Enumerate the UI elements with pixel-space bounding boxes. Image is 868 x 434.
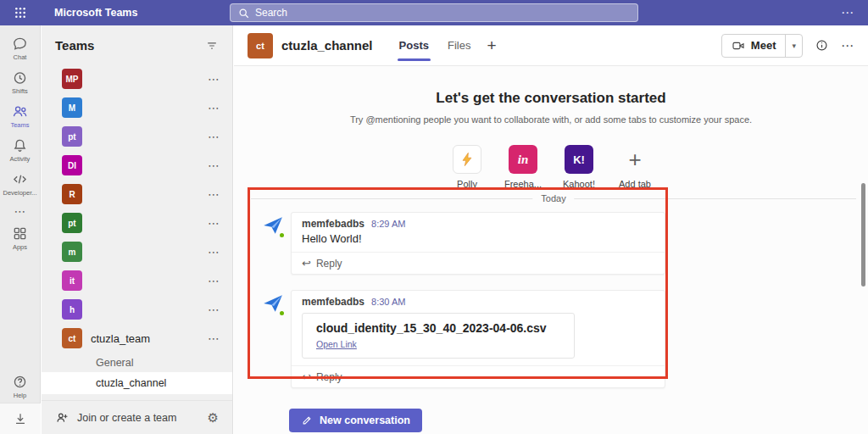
team-more-icon[interactable]: ⋯ — [208, 274, 220, 287]
team-row-ctuzla-team[interactable]: ct ctuzla_team ⋯ — [42, 324, 232, 353]
team-row[interactable]: MP ⋯ — [42, 64, 232, 93]
rail-item-chat[interactable]: Chat — [0, 31, 41, 64]
new-conversation-button[interactable]: New conversation — [289, 409, 422, 432]
reply-button[interactable]: ↩ Reply — [292, 365, 665, 387]
channel-more-icon[interactable]: ⋯ — [841, 38, 854, 53]
file-attachment-card[interactable]: cloud_identity_15_30_40_2023-04-06.csv O… — [302, 313, 575, 359]
scrollbar-thumb[interactable] — [861, 183, 865, 287]
app-tile-label: Kahoot! — [563, 179, 595, 189]
team-avatar: MP — [62, 69, 82, 89]
add-tab-icon[interactable]: + — [487, 36, 496, 55]
app-rail: Chat Shifts Teams — [0, 25, 41, 434]
app-launcher-icon[interactable] — [0, 7, 41, 19]
compose-icon — [301, 415, 313, 426]
rail-item-teams[interactable]: Teams — [0, 98, 41, 132]
rail-item-more[interactable]: ⋯ — [0, 200, 41, 220]
reply-icon: ↩ — [302, 370, 311, 383]
team-avatar: DI — [62, 155, 82, 175]
more-apps-icon: ⋯ — [14, 205, 26, 217]
empty-state: Let's get the conversation started Try @… — [234, 90, 868, 125]
message: memfebadbs 8:30 AM cloud_identity_15_30_… — [262, 290, 665, 388]
channel-avatar: ct — [248, 33, 273, 58]
team-avatar: ct — [62, 328, 82, 348]
tab-posts[interactable]: Posts — [399, 25, 429, 66]
team-more-icon[interactable]: ⋯ — [208, 187, 220, 201]
rail-label: Shifts — [12, 87, 28, 95]
presence-available-dot — [278, 231, 286, 239]
team-more-icon[interactable]: ⋯ — [208, 72, 220, 86]
join-or-create-team-button[interactable]: Join or create a team ⚙ — [42, 400, 232, 434]
channel-panel: ct ctuzla_channel Posts Files + Meet ▾ — [234, 25, 868, 434]
team-row[interactable]: R ⋯ — [42, 180, 232, 209]
team-more-icon[interactable]: ⋯ — [208, 130, 220, 143]
help-icon — [12, 374, 28, 390]
channel-title: ctuzla_channel — [281, 38, 373, 53]
app-tile-freehand[interactable]: in Freeha... — [501, 145, 545, 189]
team-row[interactable]: pt ⋯ — [42, 122, 232, 151]
team-row[interactable]: m ⋯ — [42, 237, 232, 266]
add-tab-plus-icon: + — [620, 145, 649, 174]
camera-icon — [732, 39, 745, 53]
join-team-label: Join or create a team — [77, 412, 176, 424]
team-more-icon[interactable]: ⋯ — [208, 303, 220, 316]
search-icon — [238, 8, 249, 19]
rail-item-download[interactable] — [0, 403, 41, 434]
message-card[interactable]: memfebadbs 8:29 AM Hello World! ↩ Reply — [291, 212, 665, 275]
team-more-icon[interactable]: ⋯ — [208, 331, 220, 345]
teams-sidebar: Teams MP ⋯ M ⋯ pt ⋯ DI ⋯ R ⋯ p — [42, 25, 233, 434]
date-divider-label: Today — [532, 193, 574, 203]
rail-label: Developer... — [3, 189, 36, 197]
chat-icon — [12, 36, 28, 52]
message: memfebadbs 8:29 AM Hello World! ↩ Reply — [262, 212, 665, 275]
message-header: memfebadbs 8:30 AM — [292, 291, 665, 308]
sidebar-item-ctuzla-channel[interactable]: ctuzla_channel — [42, 372, 232, 394]
meet-label: Meet — [751, 39, 776, 52]
team-row[interactable]: M ⋯ — [42, 93, 232, 122]
team-avatar: h — [62, 299, 82, 320]
team-more-icon[interactable]: ⋯ — [208, 245, 220, 259]
avatar — [262, 292, 284, 314]
team-row[interactable]: h ⋯ — [42, 295, 232, 324]
filter-icon[interactable] — [205, 39, 219, 53]
header-controls: Meet ▾ ⋯ — [721, 34, 854, 58]
rail-item-help[interactable]: Help — [0, 369, 41, 403]
reply-label: Reply — [316, 258, 342, 270]
rail-item-activity[interactable]: Activity — [0, 132, 41, 166]
apps-grid-icon — [12, 225, 28, 242]
rail-item-shifts[interactable]: Shifts — [0, 64, 41, 98]
team-row[interactable]: DI ⋯ — [42, 151, 232, 180]
open-link[interactable]: Open Link — [316, 339, 357, 349]
sidebar-item-general[interactable]: General — [42, 353, 232, 372]
app-tile-label: Freeha... — [504, 179, 542, 189]
team-more-icon[interactable]: ⋯ — [208, 216, 220, 230]
app-tile-add-tab[interactable]: + Add tab — [613, 145, 657, 189]
search-input[interactable]: Search — [230, 3, 638, 22]
team-avatar: pt — [62, 126, 82, 147]
team-avatar: M — [62, 97, 82, 118]
topbar-more-icon[interactable]: ⋯ — [841, 5, 854, 20]
reply-button[interactable]: ↩ Reply — [292, 252, 665, 274]
tab-files[interactable]: Files — [448, 25, 470, 66]
team-more-icon[interactable]: ⋯ — [208, 159, 220, 172]
rail-label: Teams — [10, 121, 29, 129]
gear-icon[interactable]: ⚙ — [208, 410, 219, 426]
rail-label: Apps — [13, 243, 27, 251]
developer-code-icon — [12, 171, 28, 187]
team-row[interactable]: it ⋯ — [42, 266, 232, 295]
app-tile-label: Add tab — [619, 179, 651, 189]
app-tile-kahoot[interactable]: K! Kahoot! — [557, 145, 601, 189]
team-row[interactable]: pt ⋯ — [42, 209, 232, 237]
meet-button[interactable]: Meet ▾ — [721, 34, 803, 58]
meet-dropdown-chevron-icon[interactable]: ▾ — [785, 35, 802, 57]
rail-label: Chat — [14, 53, 27, 61]
sidebar-title: Teams — [55, 38, 94, 53]
rail-label: Activity — [10, 155, 31, 163]
message-author: memfebadbs — [302, 218, 364, 230]
info-icon[interactable] — [815, 38, 829, 53]
teams-app: Microsoft Teams Search ⋯ Chat — [0, 0, 868, 434]
message-card[interactable]: memfebadbs 8:30 AM cloud_identity_15_30_… — [291, 290, 665, 388]
rail-item-developer[interactable]: Developer... — [0, 166, 41, 200]
team-more-icon[interactable]: ⋯ — [208, 101, 220, 114]
app-tile-polly[interactable]: Polly — [445, 145, 489, 189]
rail-item-apps[interactable]: Apps — [0, 220, 41, 254]
